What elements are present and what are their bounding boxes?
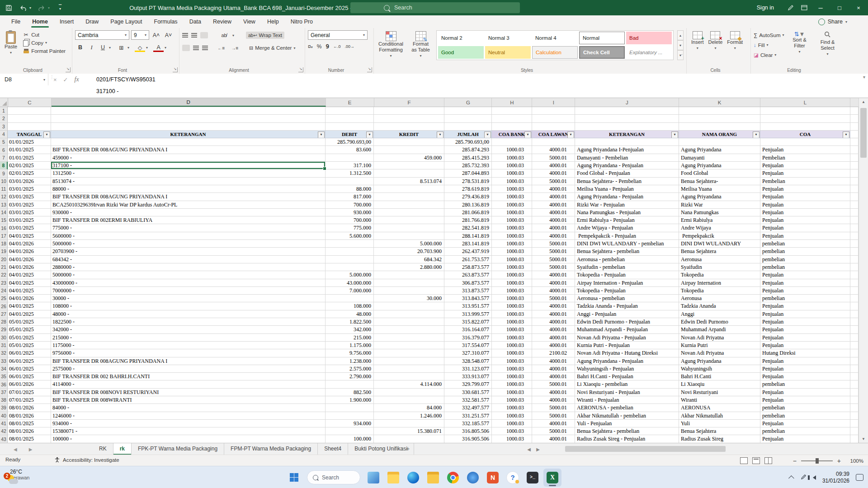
cell-k10[interactable]: Benua Sejahtera- (679, 178, 760, 185)
field-header-debit-e[interactable]: DEBIT▼ (326, 131, 374, 138)
cell-c39[interactable]: 08/01/2026 (8, 404, 51, 412)
cell-e39[interactable] (326, 404, 374, 412)
cell-g16[interactable]: 282.541.819 (444, 224, 492, 232)
cell-j14[interactable]: Nana Pamungkas - Penjualan (575, 209, 679, 216)
speaker-icon[interactable] (813, 475, 816, 480)
column-header-c[interactable]: C (8, 98, 52, 107)
row-header-15[interactable]: 15 (0, 216, 8, 224)
cell-j27[interactable]: Anggi - Penjualan (575, 310, 679, 318)
scroll-right-icon[interactable]: ▶ (533, 447, 542, 452)
cell-k24[interactable]: Tokopedia (679, 287, 760, 295)
cell-l38[interactable]: Penjualan (760, 396, 850, 404)
field-header-coa-l[interactable]: COA▼ (760, 131, 850, 138)
alignment-dialog-launcher[interactable]: ↘ (298, 67, 303, 72)
cell-j9[interactable]: Food Global - Penjualan (575, 169, 679, 177)
cell-l26[interactable]: Penjualan (760, 302, 850, 310)
cell-g37[interactable]: 330.681.577 (444, 389, 492, 396)
percent-style-icon[interactable]: % (317, 43, 322, 50)
cell-h5[interactable] (492, 138, 532, 146)
row-header-20[interactable]: 20 (0, 256, 8, 263)
cell-i23[interactable]: 4000.01 (532, 279, 575, 287)
font-color-icon[interactable]: A (153, 43, 164, 52)
cell-e36[interactable] (326, 380, 374, 388)
horizontal-scroll-thumb[interactable] (565, 446, 726, 452)
ribbon-display-options-icon[interactable] (797, 0, 811, 15)
cell-d43[interactable]: 100000 - (51, 435, 326, 443)
field-header-jumlah-g[interactable]: JUMLAH▼ (444, 131, 492, 138)
cell-d25[interactable]: 30000 - (51, 295, 326, 302)
row-header-24[interactable]: 24 (0, 287, 8, 295)
cell-c40[interactable]: 08/01/2026 (8, 412, 51, 420)
cell-l21[interactable]: pembelian (760, 263, 850, 271)
align-center-icon[interactable] (193, 46, 199, 50)
cell-i15[interactable]: 4000.01 (532, 216, 575, 224)
cell-e25[interactable] (326, 295, 374, 302)
cell-l37[interactable]: Penjualan (760, 389, 850, 396)
cell-j22[interactable]: Tokopedia - Penjualan (575, 271, 679, 279)
row-header-31[interactable]: 31 (0, 342, 8, 349)
cell-i6[interactable]: 4000.01 (532, 146, 575, 154)
cell-g40[interactable]: 331.251.577 (444, 412, 492, 420)
style-neutral[interactable]: Neutral (485, 46, 531, 59)
cell-k12[interactable]: Agung Priyandana (679, 193, 760, 201)
cell-d24[interactable]: 7000000 - (51, 287, 326, 295)
cell-e1[interactable] (326, 107, 374, 115)
row-header-2[interactable]: 2 (0, 115, 8, 122)
cell-d8[interactable]: 317100 - (51, 162, 326, 169)
cell-j30[interactable]: Novan Adi Priyatna - Penjualan (575, 334, 679, 342)
cell-k32[interactable]: Novan Adi Priyatna (679, 349, 760, 357)
cell-i34[interactable]: 4000.01 (532, 365, 575, 373)
cell-l6[interactable]: Penjualan (760, 146, 850, 154)
style-normal-3[interactable]: Normal 3 (485, 32, 531, 44)
cell-h16[interactable]: 1000.03 (492, 224, 532, 232)
cell-e6[interactable]: 83.600 (326, 146, 374, 154)
cell-e21[interactable] (326, 263, 374, 271)
cell-l11[interactable]: Penjualan (760, 185, 850, 193)
cell-i32[interactable]: 2100.02 (532, 349, 575, 357)
row-header-38[interactable]: 38 (0, 396, 8, 404)
cell-f31[interactable] (374, 342, 444, 349)
column-header-h[interactable]: H (492, 98, 532, 107)
cell-d12[interactable]: BIF TRANSFER DR 008AGUNG PRIYANDANA I (51, 193, 326, 201)
cell-g24[interactable]: 313.873.577 (444, 287, 492, 295)
cell-h2[interactable] (492, 115, 532, 122)
cell-c42[interactable]: 08/01/2026 (8, 427, 51, 435)
cell-e30[interactable]: 215.000 (326, 334, 374, 342)
cell-d35[interactable]: BIF TRANSFER DR 002 BAHRI.H.CANTI (51, 373, 326, 380)
gallery-down-icon[interactable]: ▼ (677, 40, 684, 50)
row-header-1[interactable]: 1 (0, 107, 8, 115)
cell-l16[interactable]: Penjualan (760, 224, 850, 232)
cell-k2[interactable] (679, 115, 760, 122)
cell-h14[interactable]: 1000.03 (492, 209, 532, 216)
row-header-39[interactable]: 39 (0, 404, 8, 412)
delete-cells-button[interactable]: ×Delete▾ (707, 30, 725, 66)
filter-icon-d[interactable]: ▼ (318, 131, 325, 138)
cell-f21[interactable]: 2.880.000 (374, 263, 444, 271)
cell-h33[interactable]: 1000.03 (492, 357, 532, 365)
style-normal[interactable]: Normal (579, 32, 625, 44)
style-normal-2[interactable]: Normal 2 (438, 32, 484, 44)
taskbar-app-nitro[interactable]: N (484, 469, 502, 487)
cell-k42[interactable]: Benua Sejahtera (679, 427, 760, 435)
cell-g2[interactable] (444, 115, 492, 122)
cell-i8[interactable]: 4000.01 (532, 162, 575, 169)
cell-k29[interactable]: Muhammad Arpandi (679, 326, 760, 333)
cell-e3[interactable] (326, 123, 374, 131)
cell-e31[interactable]: 1.175.000 (326, 342, 374, 349)
cell-e9[interactable]: 1.312.500 (326, 169, 374, 177)
cell-l32[interactable]: Hutang Direksi (760, 349, 850, 357)
cell-d14[interactable]: 930000 - (51, 209, 326, 216)
cell-d10[interactable]: 8513074 - (51, 178, 326, 185)
cell-l10[interactable]: Pembelian (760, 178, 850, 185)
clear-button[interactable]: ◪Clear▾ (754, 50, 784, 60)
sheet-tab-sheet4[interactable]: Sheet4 (318, 443, 348, 455)
cell-c35[interactable]: 06/01/2025 (8, 373, 51, 380)
cell-g17[interactable]: 288.141.819 (444, 232, 492, 240)
cell-e10[interactable] (326, 178, 374, 185)
cell-k30[interactable]: Novan Adi Priyatna (679, 334, 760, 342)
filter-icon-e[interactable]: ▼ (366, 131, 373, 138)
cell-c19[interactable]: 04/01/2026 (8, 248, 51, 255)
font-dialog-launcher[interactable]: ↘ (173, 67, 178, 72)
cell-k36[interactable]: Li Xiaoqiu (679, 380, 760, 388)
cell-f16[interactable] (374, 224, 444, 232)
